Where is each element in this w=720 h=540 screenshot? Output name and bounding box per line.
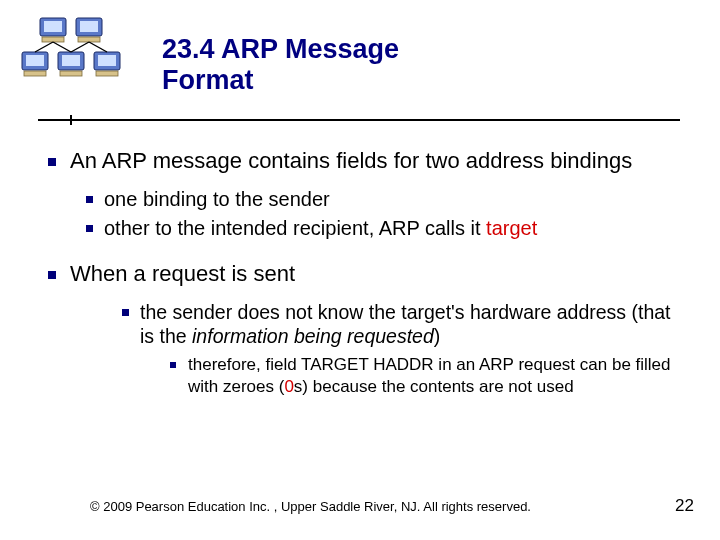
svg-rect-9 bbox=[80, 21, 98, 32]
spacer bbox=[38, 245, 686, 261]
italic-phrase: information being requested bbox=[192, 325, 434, 347]
title-underline bbox=[38, 119, 680, 121]
bullet-level3: the sender does not know the target's ha… bbox=[38, 300, 686, 349]
svg-rect-10 bbox=[24, 71, 46, 76]
copyright-footer: © 2009 Pearson Education Inc. , Upper Sa… bbox=[90, 499, 650, 514]
bullet-level4: therefore, field TARGET HADDR in an ARP … bbox=[38, 354, 686, 397]
title-tick bbox=[70, 115, 72, 125]
slide: 23.4 ARP Message Format An ARP message c… bbox=[0, 0, 720, 540]
highlight-zero: 0 bbox=[284, 377, 293, 396]
svg-rect-12 bbox=[96, 71, 118, 76]
page-number: 22 bbox=[675, 496, 694, 516]
svg-rect-7 bbox=[98, 55, 116, 66]
bullet-level1: When a request is sent bbox=[38, 261, 686, 288]
svg-rect-6 bbox=[62, 55, 80, 66]
highlight-target: target bbox=[486, 217, 537, 239]
network-computers-icon bbox=[18, 12, 128, 92]
content-area: An ARP message contains fields for two a… bbox=[38, 148, 686, 397]
bullet-text: one binding to the sender bbox=[104, 188, 330, 210]
svg-rect-14 bbox=[78, 37, 100, 42]
title-block: 23.4 ARP Message Format bbox=[162, 34, 682, 96]
svg-rect-13 bbox=[42, 37, 64, 42]
bullet-text: ) bbox=[434, 325, 441, 347]
bullet-level2: one binding to the sender bbox=[38, 187, 686, 212]
bullet-text: other to the intended recipient, ARP cal… bbox=[104, 217, 486, 239]
bullet-text: An ARP message contains fields for two a… bbox=[70, 148, 632, 173]
svg-rect-8 bbox=[44, 21, 62, 32]
slide-title: 23.4 ARP Message Format bbox=[162, 34, 682, 96]
svg-rect-5 bbox=[26, 55, 44, 66]
bullet-text: When a request is sent bbox=[70, 261, 295, 286]
bullet-text: s) because the contents are not used bbox=[294, 377, 574, 396]
bullet-level1: An ARP message contains fields for two a… bbox=[38, 148, 686, 175]
svg-rect-11 bbox=[60, 71, 82, 76]
bullet-level2: other to the intended recipient, ARP cal… bbox=[38, 216, 686, 241]
